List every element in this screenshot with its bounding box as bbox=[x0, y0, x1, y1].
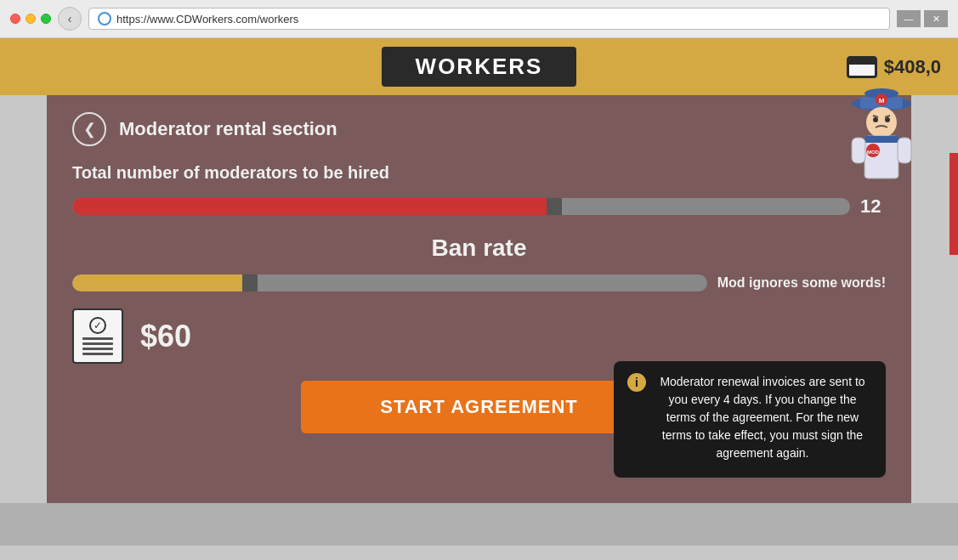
svg-point-7 bbox=[885, 117, 890, 122]
slider-fill bbox=[72, 198, 554, 215]
ban-rate-thumb[interactable] bbox=[242, 274, 258, 291]
main-content: ❮ Moderator rental section Total number … bbox=[47, 95, 911, 503]
ban-rate-slider-track[interactable] bbox=[72, 274, 707, 291]
ban-rate-label: Ban rate bbox=[72, 235, 886, 262]
svg-point-6 bbox=[873, 117, 878, 122]
mod-count-slider-row: 12 bbox=[72, 195, 886, 218]
browser-titlebar: ‹ https://www.CDWorkers.com/workers — ✕ bbox=[0, 0, 958, 37]
invoice-line-3 bbox=[82, 348, 113, 350]
ban-rate-fill bbox=[72, 274, 250, 291]
workers-title-box: WORKERS bbox=[382, 47, 577, 87]
check-icon: ✓ bbox=[89, 317, 106, 334]
traffic-light-red[interactable] bbox=[10, 14, 20, 24]
close-button[interactable]: ✕ bbox=[924, 10, 948, 27]
traffic-lights bbox=[10, 14, 51, 24]
mod-count-label: Total number of moderators to be hired bbox=[72, 163, 886, 183]
tooltip-text: Moderator renewal invoices are sent to y… bbox=[653, 373, 872, 462]
tooltip-first-line: i Moderator renewal invoices are sent to… bbox=[627, 373, 872, 462]
svg-text:MOD: MOD bbox=[867, 150, 880, 155]
svg-text:M: M bbox=[879, 97, 885, 105]
card-icon bbox=[847, 56, 877, 78]
ban-rate-slider-row: Mod ignores some words! bbox=[72, 274, 886, 291]
balance-area: $408,0 bbox=[576, 56, 941, 78]
svg-rect-11 bbox=[864, 136, 898, 143]
browser-chrome: ‹ https://www.CDWorkers.com/workers — ✕ bbox=[0, 0, 958, 38]
balance-text: $408,0 bbox=[884, 56, 941, 78]
mod-count-slider-track[interactable] bbox=[72, 198, 850, 215]
section-back-button[interactable]: ❮ bbox=[72, 112, 106, 146]
workers-title: WORKERS bbox=[416, 54, 543, 79]
svg-point-5 bbox=[866, 107, 897, 138]
svg-rect-15 bbox=[898, 138, 911, 163]
address-bar[interactable]: https://www.CDWorkers.com/workers bbox=[88, 8, 890, 30]
invoice-line-1 bbox=[82, 337, 113, 340]
invoice-line-2 bbox=[82, 342, 113, 345]
section-header: ❮ Moderator rental section bbox=[72, 112, 886, 146]
minimize-button[interactable]: — bbox=[897, 10, 921, 27]
traffic-light-yellow[interactable] bbox=[26, 14, 36, 24]
window-controls: — ✕ bbox=[897, 10, 948, 27]
right-strip bbox=[949, 153, 958, 255]
mod-count-value: 12 bbox=[860, 195, 886, 218]
start-agreement-button[interactable]: START AGREEMENT bbox=[301, 381, 658, 433]
invoice-line-4 bbox=[82, 353, 113, 355]
warning-text: Mod ignores some words! bbox=[717, 275, 886, 291]
app-header: WORKERS $408,0 bbox=[0, 38, 958, 95]
browser-back-button[interactable]: ‹ bbox=[58, 7, 82, 31]
globe-icon bbox=[98, 12, 111, 25]
info-icon: i bbox=[627, 373, 646, 392]
svg-rect-14 bbox=[852, 138, 865, 163]
moderator-character: M MOD bbox=[843, 78, 920, 197]
price-text: $60 bbox=[140, 319, 191, 354]
url-text: https://www.CDWorkers.com/workers bbox=[116, 13, 298, 25]
section-title: Moderator rental section bbox=[119, 118, 337, 140]
bottom-area bbox=[0, 503, 958, 546]
slider-thumb[interactable] bbox=[547, 198, 562, 215]
traffic-light-green[interactable] bbox=[41, 14, 51, 24]
invoice-icon: ✓ bbox=[72, 308, 123, 364]
invoice-lines bbox=[79, 337, 116, 355]
price-row: ✓ $60 bbox=[72, 308, 886, 364]
tooltip-box: i Moderator renewal invoices are sent to… bbox=[614, 361, 886, 478]
